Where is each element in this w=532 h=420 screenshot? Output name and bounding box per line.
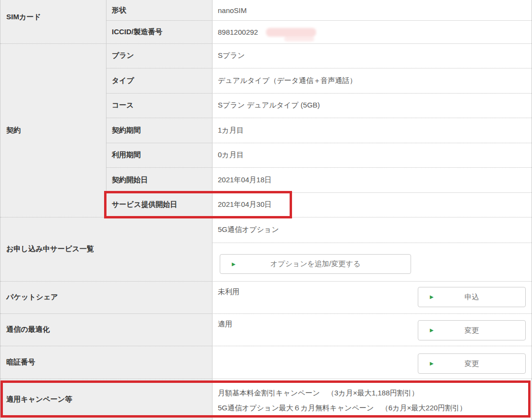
contract-section-label: 契約 <box>0 43 106 217</box>
pin-change-button[interactable]: ▶ 変更 <box>418 353 526 374</box>
sim-section-label: SIMカード <box>0 0 106 34</box>
pin-change-button-label: 変更 <box>465 359 479 368</box>
packet-share-label: パケットシェア <box>0 281 212 313</box>
redaction-mark <box>284 37 314 41</box>
campaign-line-2: 5G通信オプション最大６カ月無料キャンペーン （6カ月×最大220円割引） <box>218 400 466 415</box>
iccid-redaction-mark <box>266 28 316 37</box>
type-label: タイプ <box>106 68 212 93</box>
green-arrow-icon: ▶ <box>430 295 434 299</box>
contract-start-date-value: 2021年04月18日 <box>212 167 453 192</box>
pin-label: 暗証番号 <box>0 346 212 379</box>
option-add-change-button-label: オプションを追加/変更する <box>270 259 360 269</box>
packet-share-apply-button[interactable]: ▶ 申込 <box>418 287 526 307</box>
contract-start-date-label: 契約開始日 <box>106 167 212 192</box>
campaign-lines: 月額基本料金割引キャンペーン （3カ月×最大1,188円割引） 5G通信オプショ… <box>212 384 532 416</box>
type-value: デュアルタイプ（データ通信＋音声通話） <box>212 68 453 93</box>
optimization-change-button-label: 変更 <box>465 326 479 335</box>
optimization-change-button[interactable]: ▶ 変更 <box>418 320 526 340</box>
contract-period-label: 契約期間 <box>106 118 212 143</box>
plan-value: Sプラン <box>212 43 453 68</box>
optimization-value: 適用 <box>212 313 357 333</box>
green-arrow-icon: ▶ <box>232 262 236 267</box>
contract-period-value: 1カ月目 <box>212 118 453 143</box>
option-add-change-button[interactable]: ▶ オプションを追加/変更する <box>220 254 411 274</box>
service-start-date-value: 2021年04月30日 <box>212 192 453 217</box>
campaign-line-1: 月額基本料金割引キャンペーン （3カ月×最大1,188円割引） <box>218 385 466 400</box>
packet-share-value: 未利用 <box>212 281 357 300</box>
plan-label: プラン <box>106 43 212 68</box>
course-label: コース <box>106 93 212 118</box>
packet-share-apply-button-label: 申込 <box>465 293 479 302</box>
row-divider <box>212 243 532 243</box>
services-value: 5G通信オプション <box>212 217 453 243</box>
usage-period-value: 0カ月目 <box>212 143 453 167</box>
shape-label: 形状 <box>106 0 212 20</box>
green-arrow-icon: ▶ <box>430 361 434 366</box>
services-section-label: お申し込み中サービス一覧 <box>0 217 212 281</box>
shape-value: nanoSIM <box>212 0 405 20</box>
green-arrow-icon: ▶ <box>430 328 434 333</box>
usage-period-label: 利用期間 <box>106 143 212 167</box>
campaign-section-label: 適用キャンペーン等 <box>0 379 212 420</box>
contract-details-table: SIMカード 形状 nanoSIM ICCID/製造番号 8981200292 … <box>0 0 532 420</box>
service-start-date-label: サービス提供開始日 <box>106 192 212 217</box>
course-value: Sプラン デュアルタイプ (5GB) <box>212 93 453 118</box>
optimization-label: 通信の最適化 <box>0 313 212 346</box>
iccid-label: ICCID/製造番号 <box>106 20 212 43</box>
